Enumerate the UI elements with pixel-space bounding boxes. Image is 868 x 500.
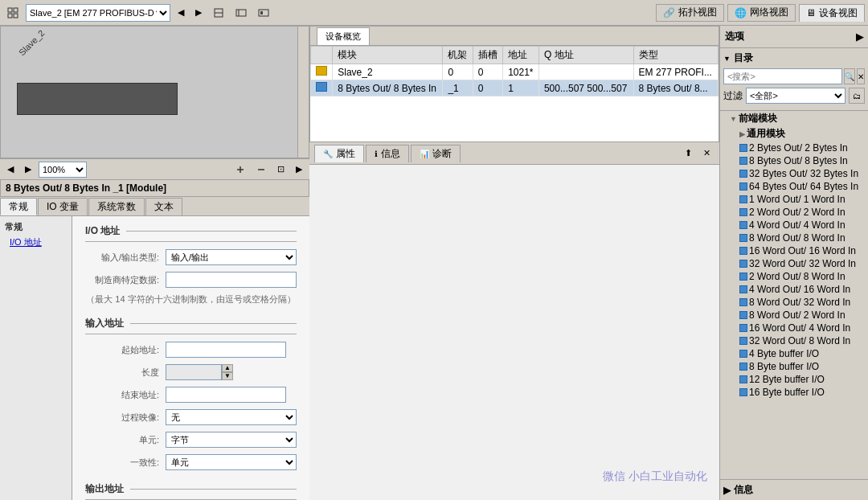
tree-node[interactable]: 12 Byte buffer I/O [720, 373, 868, 386]
right-info-section[interactable]: ▶ 信息 [720, 479, 868, 500]
tree-item-label: 12 Byte buffer I/O [749, 374, 825, 385]
toolbar-icon1-btn[interactable] [209, 3, 228, 23]
network-view-label: 网络视图 [750, 6, 788, 19]
tree-node[interactable]: ▶ 通用模块 [720, 126, 868, 141]
tree-item-icon [739, 273, 747, 281]
tree-node[interactable]: 8 Word Out/ 2 Word In [720, 309, 868, 322]
tree-item-icon [739, 388, 747, 396]
nav-right-btn[interactable]: ▶ [21, 160, 35, 179]
tree-item-label: 2 Word Out/ 2 Word In [749, 207, 845, 218]
props-close-btn[interactable]: ✕ [699, 144, 714, 163]
zoom-select[interactable]: 100% [39, 162, 87, 178]
tree-node[interactable]: 2 Word Out/ 8 Word In [720, 270, 868, 283]
tree-item-label: 8 Bytes Out/ 8 Bytes In [749, 155, 848, 166]
tree-node[interactable]: 32 Word Out/ 8 Word In [720, 334, 868, 347]
nav-item-io-addr[interactable]: I/O 地址 [0, 235, 72, 250]
process-image-select[interactable]: 无 [166, 409, 297, 425]
toolbar-network-btn[interactable] [3, 3, 23, 23]
mpt-attr[interactable]: 🔧 属性 [314, 145, 364, 162]
tree-node[interactable]: 1 Word Out/ 1 Word In [720, 193, 868, 206]
mpt-diag[interactable]: 📊 诊断 [411, 145, 461, 162]
start-addr-label: 起始地址: [85, 344, 166, 356]
dev-overview-tab[interactable]: 设备概览 [317, 27, 370, 45]
table-row[interactable]: 8 Bytes Out/ 8 Bytes In _1 0 1 500...507… [311, 80, 719, 96]
topology-view-btn[interactable]: 🔗 拓扑视图 [656, 4, 724, 22]
row-rack: _1 [443, 80, 473, 96]
manufacturer-input[interactable] [166, 272, 297, 288]
tree-item-label: 32 Bytes Out/ 32 Bytes In [749, 168, 858, 179]
canvas-btn2[interactable] [252, 160, 270, 179]
right-panel-collapse-btn[interactable]: ▶ [856, 31, 863, 43]
search-clear-btn[interactable]: ✕ [857, 68, 865, 84]
length-up-btn[interactable]: ▲ [222, 364, 233, 372]
length-down-btn[interactable]: ▼ [222, 372, 233, 380]
search-btn[interactable]: 🔍 [844, 68, 855, 84]
canvas-btn3[interactable]: ⊡ [273, 160, 289, 179]
toolbar-back-btn[interactable]: ◀ [174, 3, 188, 23]
col-type: 类型 [633, 47, 718, 64]
canvas-scrollbar[interactable] [297, 27, 309, 158]
tab-system-constants[interactable]: 系统常数 [88, 198, 145, 215]
consistency-label: 一致性: [85, 457, 166, 469]
table-row[interactable]: Slave_2 0 0 1021* EM 277 PROFI... [311, 64, 719, 80]
tree-item-label: 16 Word Out/ 4 Word In [749, 322, 850, 334]
tree-item-label: 8 Word Out/ 8 Word In [749, 232, 845, 244]
tree-node[interactable]: 16 Word Out/ 16 Word In [720, 244, 868, 257]
tree-node[interactable]: 4 Word Out/ 4 Word In [720, 219, 868, 232]
slave-label: Slave_2 [17, 28, 47, 58]
tree-item-icon [739, 170, 747, 178]
consistency-select[interactable]: 单元 [166, 454, 297, 470]
tab-text[interactable]: 文本 [145, 198, 182, 215]
catalog-header[interactable]: ▼ 目录 [723, 51, 865, 65]
col-slot: 插槽 [473, 47, 502, 64]
tree-node[interactable]: 4 Byte buffer I/O [720, 347, 868, 360]
tree-node[interactable]: ▼ 前端模块 [720, 111, 868, 126]
tree-node[interactable]: 8 Bytes Out/ 8 Bytes In [720, 154, 868, 167]
device-canvas: Slave_2 [0, 26, 309, 158]
network-view-btn[interactable]: 🌐 网络视图 [727, 4, 796, 22]
end-addr-row: 结束地址: 507 [85, 386, 297, 404]
tree-node[interactable]: 64 Bytes Out/ 64 Bytes In [720, 180, 868, 193]
toolbar-fwd-btn[interactable]: ▶ [191, 3, 206, 23]
io-type-select[interactable]: 输入/输出 [166, 249, 297, 265]
nav-left-btn[interactable]: ◀ [3, 160, 18, 179]
filter-select[interactable]: <全部> [746, 88, 845, 104]
tree-item-icon [739, 234, 747, 242]
tab-io-variables[interactable]: IO 变量 [38, 198, 88, 215]
filter-expand-btn[interactable]: 🗂 [849, 88, 865, 104]
tree-item-label: 64 Bytes Out/ 64 Bytes In [749, 181, 858, 192]
toolbar-icon2-btn[interactable] [231, 3, 251, 23]
slave-select[interactable]: Slave_2 [EM 277 PROFIBUS-D▼ [26, 4, 170, 22]
canvas-btn4[interactable]: ▶ [292, 160, 306, 179]
canvas-btn1[interactable] [231, 160, 249, 179]
svg-rect-3 [14, 14, 18, 18]
tree-node[interactable]: 16 Byte buffer I/O [720, 386, 868, 399]
tree-node[interactable]: 8 Word Out/ 32 Word In [720, 296, 868, 309]
topology-view-label: 拓扑视图 [678, 6, 717, 19]
tree-node[interactable]: 8 Byte buffer I/O [720, 360, 868, 373]
tree-node[interactable]: 2 Bytes Out/ 2 Bytes In [720, 141, 868, 154]
props-maximize-btn[interactable]: ⬆ [681, 144, 696, 163]
tree-node[interactable]: 4 Word Out/ 16 Word In [720, 283, 868, 296]
tree-node[interactable]: 32 Word Out/ 32 Word In [720, 257, 868, 270]
tree-item-icon [739, 298, 747, 306]
row-slot: 0 [473, 64, 502, 80]
tree-node[interactable]: 2 Word Out/ 2 Word In [720, 206, 868, 219]
col-module: 模块 [333, 47, 443, 64]
device-view-btn[interactable]: 🖥 设备视图 [799, 4, 865, 22]
search-input[interactable] [723, 68, 842, 84]
tree-node[interactable]: 32 Bytes Out/ 32 Bytes In [720, 167, 868, 180]
canvas-bottom-controls: ◀ ▶ 100% ⊡ ▶ [0, 158, 309, 179]
input-addr-section: 输入地址 [85, 317, 297, 334]
mpt-info[interactable]: ℹ 信息 [366, 145, 409, 162]
right-catalog-section: ▼ 目录 🔍 ✕ 过滤 <全部> 🗂 [720, 48, 868, 111]
tree-node[interactable]: 16 Word Out/ 4 Word In [720, 322, 868, 334]
tab-general[interactable]: 常规 [0, 198, 37, 215]
length-input[interactable]: 8 [166, 364, 222, 380]
end-addr-input[interactable]: 507 [166, 387, 286, 403]
start-addr-input[interactable]: 500 [166, 342, 286, 358]
unit-select[interactable]: 字节 [166, 432, 297, 448]
tree-item-icon [739, 260, 747, 268]
tree-node[interactable]: 8 Word Out/ 8 Word In [720, 232, 868, 244]
toolbar-icon3-btn[interactable] [254, 3, 273, 23]
